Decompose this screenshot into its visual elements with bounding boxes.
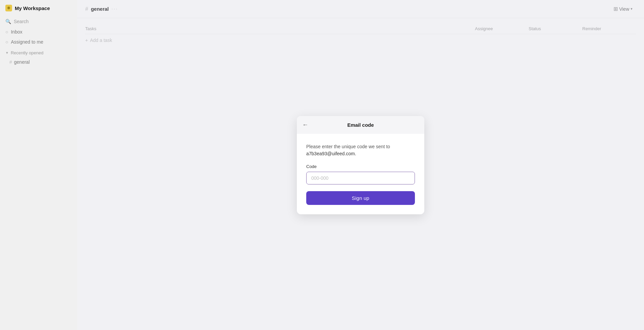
recently-opened-section[interactable]: ▼ Recently opened <box>0 47 77 57</box>
sign-up-button[interactable]: Sign up <box>306 191 415 205</box>
channel-name: general <box>14 59 30 65</box>
assigned-icon: ○ <box>5 39 8 45</box>
code-input[interactable] <box>306 172 415 184</box>
workspace-name: My Workspace <box>15 5 50 11</box>
section-arrow-icon: ▼ <box>5 51 9 55</box>
workspace-header[interactable]: ❋ My Workspace <box>0 0 77 16</box>
modal-back-button[interactable]: ← <box>302 121 308 128</box>
modal-body: Please enter the unique code we sent to … <box>297 134 424 214</box>
modal-email: a7b3ea93@uifeed.com. <box>306 151 356 156</box>
modal-title: Email code <box>347 122 374 128</box>
main-content: # general ··· ⊞ View ▾ Tasks Assignee St… <box>77 0 644 330</box>
sidebar-item-assigned[interactable]: ○ Assigned to me <box>0 37 77 47</box>
sidebar-channel-general[interactable]: # general <box>0 57 77 67</box>
sidebar: ❋ My Workspace 🔍 Search ○ Inbox ○ Assign… <box>0 0 77 330</box>
email-code-modal: ← Email code Please enter the unique cod… <box>297 116 424 214</box>
sidebar-item-inbox[interactable]: ○ Inbox <box>0 27 77 37</box>
hash-icon: # <box>9 59 12 65</box>
inbox-label: Inbox <box>11 29 22 35</box>
search-label: Search <box>14 19 29 24</box>
search-icon: 🔍 <box>5 19 11 24</box>
inbox-icon: ○ <box>5 29 8 35</box>
workspace-icon: ❋ <box>5 5 12 11</box>
modal-description: Please enter the unique code we sent to … <box>306 143 415 157</box>
assigned-label: Assigned to me <box>11 39 43 45</box>
recently-opened-label: Recently opened <box>11 50 44 55</box>
modal-header: ← Email code <box>297 116 424 134</box>
search-item[interactable]: 🔍 Search <box>0 16 77 27</box>
back-arrow-icon: ← <box>302 121 308 128</box>
code-label: Code <box>306 164 415 169</box>
modal-overlay: ← Email code Please enter the unique cod… <box>77 0 644 330</box>
modal-description-line1: Please enter the unique code we sent to <box>306 144 390 149</box>
sign-up-label: Sign up <box>352 195 369 201</box>
